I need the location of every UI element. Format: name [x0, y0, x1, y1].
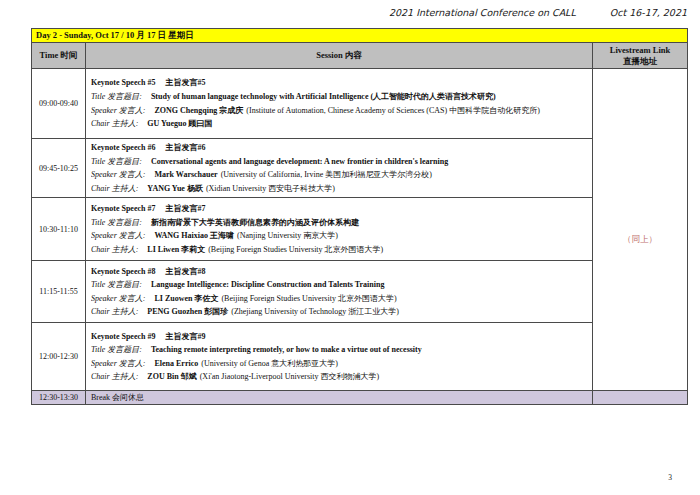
chair-name: GU Yueguo 顾曰国: [147, 119, 212, 128]
session-heading-en: Keynote Speech #9: [91, 332, 155, 341]
chair-name: PENG Guozhen 彭国珍: [147, 307, 228, 316]
speaker-affiliation: (Institute of Automation, Chinese Academ…: [246, 106, 540, 115]
document-page: 2021 International Conference on CALL Oc…: [0, 0, 700, 495]
session-time: 11:15-11:55: [32, 261, 86, 323]
break-row: 12:30-13:30 Break 会间休息: [32, 391, 688, 405]
column-header-time: Time 时间: [32, 43, 86, 69]
session-time: 09:45-10:25: [32, 139, 86, 198]
chair-affiliation: (Xi'an Jiaotong-Liverpool University 西交利…: [200, 372, 379, 381]
session-chair-line: Chair 主持人:LI Liwen 李莉文(Beijing Foreign S…: [91, 243, 588, 257]
speaker-affiliation: (University of California, Irvine 美国加利福尼…: [221, 170, 432, 179]
session-time: 10:30-11:10: [32, 198, 86, 261]
day-banner: Day 2 - Sunday, Oct 17 / 10 月 17 日 星期日: [32, 29, 688, 43]
speaker-label: Speaker 发言人:: [91, 106, 145, 115]
session-title-line: Title 发言题目:Conversational agents and lan…: [91, 155, 588, 169]
chair-label: Chair 主持人:: [91, 372, 138, 381]
conference-dates: Oct 16-17, 2021: [610, 7, 687, 18]
title-label: Title 发言题目:: [91, 280, 142, 289]
session-heading: Keynote Speech #8主旨发言#8: [91, 265, 588, 279]
session-heading-cn: 主旨发言#9: [165, 332, 205, 341]
session-speaker-line: Speaker 发言人:Elena Errico(University of G…: [91, 357, 588, 371]
session-title: Conversational agents and language devel…: [151, 157, 448, 166]
break-livestream-cell: [593, 391, 688, 405]
speaker-label: Speaker 发言人:: [91, 359, 145, 368]
speaker-affiliation: (Nanjing University 南京大学): [237, 231, 338, 240]
session-heading: Keynote Speech #5主旨发言#5: [91, 76, 588, 90]
livestream-cell: （同上）: [593, 69, 688, 391]
session-heading-en: Keynote Speech #8: [91, 267, 155, 276]
session-speaker-line: Speaker 发言人:Mark Warschauer(University o…: [91, 168, 588, 182]
session-time: 12:00-12:30: [32, 323, 86, 391]
session-heading-cn: 主旨发言#8: [165, 267, 205, 276]
document-header: 2021 International Conference on CALL Oc…: [389, 7, 687, 18]
session-title: Study of human language technology with …: [151, 92, 496, 101]
session-speaker-line: Speaker 发言人:LI Zuowen 李佐文(Beijing Foreig…: [91, 292, 588, 306]
session-row-keynote7: 10:30-11:10 Keynote Speech #7主旨发言#7 Titl…: [32, 198, 688, 261]
table-header-row: Time 时间 Session 内容 Livestream Link 直播地址: [32, 43, 688, 69]
session-heading: Keynote Speech #7主旨发言#7: [91, 202, 588, 216]
livestream-same-as-above-note: （同上）: [593, 234, 687, 246]
speaker-name: ZONG Chengqing 宗成庆: [154, 106, 243, 115]
title-label: Title 发言题目:: [91, 218, 142, 227]
session-chair-line: Chair 主持人:YANG Yue 杨跃(Xidian University …: [91, 182, 588, 196]
speaker-affiliation: (Beijing Foreign Studies University 北京外国…: [221, 294, 396, 303]
page-number: 3: [668, 473, 672, 482]
chair-affiliation: (Xidian University 西安电子科技大学): [206, 184, 335, 193]
speaker-name: Elena Errico: [154, 359, 198, 368]
session-heading-cn: 主旨发言#6: [165, 143, 205, 152]
column-header-session: Session 内容: [86, 43, 593, 69]
chair-name: YANG Yue 杨跃: [147, 184, 203, 193]
chair-label: Chair 主持人:: [91, 307, 138, 316]
session-details: Keynote Speech #8主旨发言#8 Title 发言题目:Langu…: [86, 261, 593, 323]
session-chair-line: Chair 主持人:PENG Guozhen 彭国珍(Zhejiang Univ…: [91, 305, 588, 319]
chair-label: Chair 主持人:: [91, 184, 138, 193]
speaker-affiliation: (University of Genoa 意大利热那亚大学): [201, 359, 338, 368]
session-heading-en: Keynote Speech #6: [91, 143, 155, 152]
title-label: Title 发言题目:: [91, 345, 142, 354]
session-title: Teaching remote interpreting remotely, o…: [151, 345, 422, 354]
speaker-name: Mark Warschauer: [154, 170, 217, 179]
session-title-line: Title 发言题目:新指南背景下大学英语教师信息素养的内涵及评价体系构建: [91, 216, 588, 230]
chair-label: Chair 主持人:: [91, 245, 138, 254]
conference-name: 2021 International Conference on CALL: [389, 7, 576, 18]
session-heading-en: Keynote Speech #5: [91, 78, 155, 87]
session-row-keynote9: 12:00-12:30 Keynote Speech #9主旨发言#9 Titl…: [32, 323, 688, 391]
chair-name: ZOU Bin 邹斌: [147, 372, 196, 381]
session-details: Keynote Speech #9主旨发言#9 Title 发言题目:Teach…: [86, 323, 593, 391]
livestream-header-line2: 直播地址: [593, 56, 687, 67]
chair-affiliation: (Beijing Foreign Studies University 北京外国…: [208, 245, 383, 254]
session-heading: Keynote Speech #9主旨发言#9: [91, 330, 588, 344]
session-title-line: Title 发言题目:Teaching remote interpreting …: [91, 343, 588, 357]
session-title: Language Intelligence: Discipline Constr…: [151, 280, 385, 289]
session-row-keynote6: 09:45-10:25 Keynote Speech #6主旨发言#6 Titl…: [32, 139, 688, 198]
session-details: Keynote Speech #5主旨发言#5 Title 发言题目:Study…: [86, 69, 593, 139]
session-title: 新指南背景下大学英语教师信息素养的内涵及评价体系构建: [151, 218, 359, 227]
break-label: Break 会间休息: [86, 391, 593, 405]
speaker-label: Speaker 发言人:: [91, 231, 145, 240]
session-time: 09:00-09:40: [32, 69, 86, 139]
column-header-livestream: Livestream Link 直播地址: [593, 43, 688, 69]
session-row-keynote5: 09:00-09:40 Keynote Speech #5主旨发言#5 Titl…: [32, 69, 688, 139]
chair-affiliation: (Zhejiang University of Technology 浙江工业大…: [231, 307, 399, 316]
session-speaker-line: Speaker 发言人:ZONG Chengqing 宗成庆(Institute…: [91, 104, 588, 118]
chair-name: LI Liwen 李莉文: [147, 245, 205, 254]
chair-label: Chair 主持人:: [91, 119, 138, 128]
speaker-name: WANG Haixiao 王海啸: [154, 231, 234, 240]
session-details: Keynote Speech #7主旨发言#7 Title 发言题目:新指南背景…: [86, 198, 593, 261]
session-heading-cn: 主旨发言#7: [165, 204, 205, 213]
title-label: Title 发言题目:: [91, 92, 142, 101]
session-chair-line: Chair 主持人:ZOU Bin 邹斌(Xi'an Jiaotong-Live…: [91, 370, 588, 384]
session-chair-line: Chair 主持人:GU Yueguo 顾曰国: [91, 117, 588, 131]
session-row-keynote8: 11:15-11:55 Keynote Speech #8主旨发言#8 Titl…: [32, 261, 688, 323]
day-banner-row: Day 2 - Sunday, Oct 17 / 10 月 17 日 星期日: [32, 29, 688, 43]
speaker-name: LI Zuowen 李佐文: [154, 294, 218, 303]
speaker-label: Speaker 发言人:: [91, 294, 145, 303]
session-heading: Keynote Speech #6主旨发言#6: [91, 141, 588, 155]
session-title-line: Title 发言题目:Study of human language techn…: [91, 90, 588, 104]
session-speaker-line: Speaker 发言人:WANG Haixiao 王海啸(Nanjing Uni…: [91, 229, 588, 243]
session-heading-en: Keynote Speech #7: [91, 204, 155, 213]
session-heading-cn: 主旨发言#5: [165, 78, 205, 87]
session-title-line: Title 发言题目:Language Intelligence: Discip…: [91, 278, 588, 292]
break-time: 12:30-13:30: [32, 391, 86, 405]
schedule-table: Day 2 - Sunday, Oct 17 / 10 月 17 日 星期日 T…: [31, 28, 688, 405]
